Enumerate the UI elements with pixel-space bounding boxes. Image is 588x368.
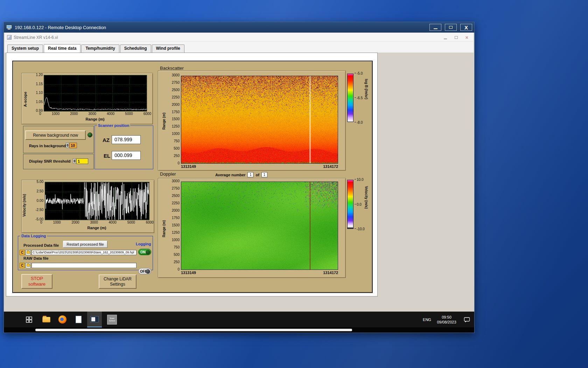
tick-label: 250 <box>174 260 180 264</box>
backscatter-heatmap <box>181 76 338 164</box>
tick-label: 1500 <box>172 224 180 227</box>
el-label: EL <box>104 153 110 159</box>
tab-real-time-data[interactable]: Real time data <box>44 44 80 53</box>
raw-browse-button[interactable] <box>26 263 31 268</box>
raw-drive-selector[interactable]: C <box>20 263 25 268</box>
el-value-field[interactable]: 000.099 <box>112 151 141 160</box>
app-maximize-icon[interactable] <box>455 36 458 39</box>
app-minimize-icon[interactable] <box>444 39 447 39</box>
renew-background-button[interactable]: Renew background now <box>25 130 86 140</box>
folder-icon <box>27 251 30 254</box>
tab-scheduling[interactable]: Scheduling <box>120 45 151 53</box>
ascope-plot <box>44 75 147 111</box>
rays-spinner[interactable] <box>66 143 69 148</box>
rdp-maximize-button[interactable] <box>445 24 457 31</box>
tab-temp-humidity[interactable]: Temp/humidity <box>81 45 119 53</box>
tick-label: 750 <box>174 139 180 143</box>
snr-value-field[interactable]: 1 <box>76 158 88 164</box>
tab-wind-profile[interactable]: Wind profile <box>152 45 184 53</box>
tick-label: 4000 <box>107 112 114 116</box>
display-snr-threshold-label: Display SNR threshold <box>29 159 71 163</box>
renew-background-led <box>88 132 92 137</box>
average-count-field[interactable]: 1 <box>261 172 267 177</box>
processed-logging-toggle[interactable]: ON <box>138 249 151 255</box>
average-number-field[interactable]: 1 <box>247 172 253 177</box>
scan-label-line1: Scan <box>110 317 114 320</box>
tick-label: 10.0 <box>355 178 363 182</box>
restart-processed-file-button[interactable]: Restart processed file <box>63 241 107 248</box>
start-button[interactable] <box>23 312 35 327</box>
backscatter-colorbar <box>347 74 354 122</box>
tick-label: 3000 <box>172 74 180 77</box>
tick-label: 2000 <box>172 103 180 107</box>
change-lidar-settings-button[interactable]: Change LiDAR Settings <box>99 274 136 289</box>
tick-label: 3000 <box>172 179 180 183</box>
taskbar-firefox[interactable] <box>56 312 68 327</box>
data-logging-box: Data Logging Processed Data file Restart… <box>18 236 153 270</box>
backscatter-colorbar-label: log B (/m/sr) <box>364 79 368 117</box>
snr-spinner[interactable] <box>73 158 76 164</box>
az-value-field[interactable]: 078.999 <box>112 135 141 144</box>
tick-label: 2750 <box>172 81 180 84</box>
doppler-y-ticks: 3000275025002250200017501500125010007505… <box>166 179 180 271</box>
scanner-position-title: Scanner position <box>97 123 130 128</box>
tray-language[interactable]: ENG <box>421 312 433 327</box>
rdp-minimize-button[interactable] <box>429 24 441 31</box>
notification-icon <box>463 316 470 323</box>
taskbar-file-explorer[interactable] <box>40 312 52 327</box>
tick-label: 5.00 <box>37 180 43 184</box>
tick-label: 6000 <box>146 220 154 224</box>
processed-browse-button[interactable] <box>26 250 31 255</box>
stop-button-line1: STOP <box>31 276 43 281</box>
app-close-icon[interactable]: × <box>465 35 468 40</box>
tick-label: 1000 <box>172 238 180 242</box>
tick-label: -10.0 <box>355 227 365 231</box>
doppler-x-end: 1314172 <box>323 271 338 275</box>
scan-label-line2: Sched <box>109 320 115 322</box>
taskbar-streamline-app[interactable] <box>87 312 102 327</box>
data-logging-title: Data Logging <box>20 234 47 238</box>
tick-label: 1000 <box>172 132 180 136</box>
taskbar-notes-app[interactable] <box>72 312 84 327</box>
tick-label: 5000 <box>125 112 133 116</box>
processed-drive-selector[interactable]: C <box>20 250 25 255</box>
raw-path-field[interactable] <box>31 263 136 268</box>
taskbar-scan-scheduler[interactable]: Scan Sched <box>105 312 119 327</box>
rdp-close-button[interactable]: X <box>460 24 472 31</box>
rays-value-field[interactable]: 10 <box>69 143 77 148</box>
stop-software-button[interactable]: STOP software <box>21 274 52 289</box>
on-label: ON <box>140 250 146 254</box>
change-button-line2: Settings <box>110 282 125 287</box>
tray-clock[interactable]: 09:50 09/08/2023 <box>433 312 460 327</box>
of-label: of <box>255 173 259 177</box>
backscatter-y-ticks: 3000275025002250200017501500125010007505… <box>166 74 180 165</box>
backscatter-x-end: 1314172 <box>323 164 338 169</box>
doppler-x-end-labels: 1313149 1314172 <box>181 271 338 275</box>
tick-label: -8.0 <box>355 121 363 124</box>
velocity-x-axis-title: Range (m) <box>45 226 149 230</box>
velocity-y-axis-title: Velocity (m/s) <box>22 186 26 217</box>
tray-notifications[interactable] <box>462 312 471 327</box>
tick-label: 3000 <box>89 112 96 116</box>
session-scrollbar[interactable] <box>35 329 352 331</box>
scan-scheduler-icon: Scan Sched <box>107 315 117 325</box>
tick-label: 4000 <box>109 220 117 224</box>
doppler-title: Doppler <box>160 171 176 177</box>
tick-label: 500 <box>174 147 180 150</box>
tick-label: 1500 <box>172 117 180 121</box>
processed-data-file-label: Processed Data file <box>23 243 59 247</box>
tick-label: 1750 <box>172 216 180 220</box>
tick-label: 1250 <box>172 125 180 128</box>
ascope-chart-panel: A-scope 1.201.151.101.050.99 01000200030… <box>21 73 153 124</box>
tick-label: 1.05 <box>36 100 43 104</box>
tab-system-setup[interactable]: System setup <box>7 45 43 53</box>
close-icon: X <box>464 25 468 30</box>
tick-label: 3000 <box>90 220 98 224</box>
app-titlebar[interactable]: StreamLine XR v14-6.vi × <box>5 34 473 41</box>
background-controls-box: Renew background now Rays in background … <box>23 126 94 153</box>
doppler-colorbar-label: Velocity (m/s) <box>364 186 368 225</box>
raw-logging-toggle[interactable]: OFF <box>138 268 151 274</box>
firefox-icon <box>58 315 66 323</box>
processed-path-field[interactable]: C:\Lidar\Data\Proc\2023\202308\20230809\… <box>31 250 136 255</box>
rdp-titlebar[interactable]: 192.168.0.122 - Remote Desktop Connectio… <box>4 22 474 33</box>
